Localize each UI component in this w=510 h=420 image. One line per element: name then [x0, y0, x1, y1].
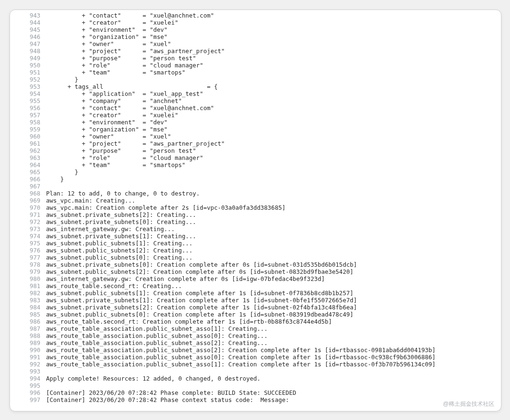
line-content: + "organization" = "mse" [46, 33, 501, 40]
line-content: aws_route_table_association.public_subne… [46, 354, 501, 361]
line-number: 943 [10, 12, 46, 19]
line-content: aws_subnet.private_subnets[2]: Creating.… [46, 211, 501, 218]
code-line: 981aws_route_table.second_rt: Creating..… [10, 282, 501, 289]
line-content: + "role" = "cloud manager" [46, 154, 501, 161]
code-line: 973aws_internet_gateway.gw: Creating... [10, 225, 501, 233]
code-line: 948 + "project" = "aws_partner_project" [10, 47, 501, 55]
code-line: 957 + "creator" = "xuelei" [10, 112, 501, 119]
line-number: 947 [10, 40, 46, 47]
line-number: 984 [10, 304, 46, 311]
code-line: 972aws_subnet.private_subnets[0]: Creati… [10, 218, 501, 225]
code-line: 952 } [10, 76, 501, 83]
line-content: [Container] 2023/06/20 07:28:42 Phase co… [46, 396, 501, 403]
code-line: 963 + "role" = "cloud manager" [10, 154, 501, 161]
code-line: 996[Container] 2023/06/20 07:28:42 Phase… [10, 389, 501, 396]
code-line: 988aws_route_table_association.public_su… [10, 332, 501, 339]
code-line: 966 } [10, 176, 501, 183]
line-number: 973 [10, 225, 46, 233]
line-content: + "application" = "xuel_app_test" [46, 90, 501, 97]
code-line: 992aws_route_table_association.public_su… [10, 361, 501, 368]
line-number: 969 [10, 197, 46, 204]
line-number: 989 [10, 339, 46, 346]
code-line: 946 + "organization" = "mse" [10, 33, 501, 40]
code-line: 955 + "company" = "anchnet" [10, 97, 501, 104]
code-line: 962 + "purpose" = "person test" [10, 147, 501, 154]
line-number: 997 [10, 396, 46, 403]
line-content: aws_subnet.public_subnets[2]: Creating..… [46, 247, 501, 254]
line-content: aws_route_table_association.public_subne… [46, 339, 501, 346]
line-number: 982 [10, 289, 46, 297]
line-number: 983 [10, 297, 46, 304]
code-line: 994Apply complete! Resources: 12 added, … [10, 375, 501, 382]
line-number: 974 [10, 233, 46, 240]
code-line: 965 } [10, 168, 501, 176]
line-number: 952 [10, 76, 46, 83]
code-line: 989aws_route_table_association.public_su… [10, 339, 501, 346]
code-line: 947 + "owner" = "xuel" [10, 40, 501, 47]
line-content: aws_subnet.private_subnets[0]: Creating.… [46, 218, 501, 225]
line-content [46, 368, 501, 375]
line-content: + "role" = "cloud manager" [46, 62, 501, 69]
line-content: aws_subnet.public_subnets[2]: Creation c… [46, 268, 501, 275]
code-line: 984aws_subnet.private_subnets[2]: Creati… [10, 304, 501, 311]
line-number: 961 [10, 140, 46, 147]
line-content: + "project" = "aws_partner_project" [46, 140, 501, 147]
line-content: aws_vpc.main: Creating... [46, 197, 501, 204]
line-content: aws_route_table_association.public_subne… [46, 361, 501, 368]
line-number: 967 [10, 183, 46, 190]
line-content: [Container] 2023/06/20 07:28:42 Phase co… [46, 389, 501, 396]
line-content: + "team" = "smartops" [46, 69, 501, 76]
code-line: 970aws_vpc.main: Creation complete after… [10, 204, 501, 211]
code-line: 945 + "environment" = "dev" [10, 26, 501, 33]
code-line: 968Plan: 12 to add, 0 to change, 0 to de… [10, 190, 501, 197]
code-line: 958 + "environment" = "dev" [10, 119, 501, 126]
code-line: 943 + "contact" = "xuel@anchnet.com" [10, 12, 501, 19]
code-line: 954 + "application" = "xuel_app_test" [10, 90, 501, 97]
line-content: + "purpose" = "person test" [46, 147, 501, 154]
code-line: 974aws_subnet.private_subnets[1]: Creati… [10, 233, 501, 240]
line-content: + "team" = "smartops" [46, 161, 501, 168]
code-frame: 943 + "contact" = "xuel@anchnet.com"944 … [9, 9, 501, 411]
line-number: 953 [10, 83, 46, 90]
code-line: 982aws_subnet.public_subnets[1]: Creatio… [10, 289, 501, 297]
code-line: 969aws_vpc.main: Creating... [10, 197, 501, 204]
line-number: 972 [10, 218, 46, 225]
line-number: 979 [10, 268, 46, 275]
code-line: 975aws_subnet.public_subnets[1]: Creatin… [10, 240, 501, 247]
line-number: 959 [10, 126, 46, 133]
code-area: 943 + "contact" = "xuel@anchnet.com"944 … [10, 10, 501, 403]
code-line: 991aws_route_table_association.public_su… [10, 354, 501, 361]
line-number: 981 [10, 282, 46, 289]
code-line: 967 [10, 183, 501, 190]
line-number: 966 [10, 176, 46, 183]
code-line: 953 + tags_all = { [10, 83, 501, 90]
line-content: aws_subnet.public_subnets[0]: Creating..… [46, 254, 501, 261]
code-line: 949 + "purpose" = "person test" [10, 55, 501, 62]
line-content: aws_vpc.main: Creation complete after 2s… [46, 204, 501, 211]
line-content: + "owner" = "xuel" [46, 133, 501, 140]
line-content [46, 382, 501, 389]
code-line: 964 + "team" = "smartops" [10, 161, 501, 168]
code-line: 987aws_route_table_association.public_su… [10, 325, 501, 332]
line-number: 954 [10, 90, 46, 97]
line-number: 995 [10, 382, 46, 389]
code-line: 959 + "organization" = "mse" [10, 126, 501, 133]
code-line: 985aws_subnet.public_subnets[0]: Creatio… [10, 311, 501, 318]
line-content: + "project" = "aws_partner_project" [46, 47, 501, 55]
line-content: aws_subnet.private_subnets[0]: Creation … [46, 261, 501, 268]
line-number: 978 [10, 261, 46, 268]
line-content: aws_route_table_association.public_subne… [46, 325, 501, 332]
line-content: aws_subnet.private_subnets[2]: Creation … [46, 304, 501, 311]
line-content: aws_route_table.second_rt: Creation comp… [46, 318, 501, 325]
line-number: 951 [10, 69, 46, 76]
line-number: 991 [10, 354, 46, 361]
line-number: 946 [10, 33, 46, 40]
line-number: 957 [10, 112, 46, 119]
code-line: 977aws_subnet.public_subnets[0]: Creatin… [10, 254, 501, 261]
code-line: 979aws_subnet.public_subnets[2]: Creatio… [10, 268, 501, 275]
line-content: + "purpose" = "person test" [46, 55, 501, 62]
line-content: + "environment" = "dev" [46, 119, 501, 126]
code-line: 956 + "contact" = "xuel@anchnet.com" [10, 104, 501, 112]
line-content: aws_route_table_association.public_subne… [46, 346, 501, 354]
line-number: 980 [10, 275, 46, 282]
